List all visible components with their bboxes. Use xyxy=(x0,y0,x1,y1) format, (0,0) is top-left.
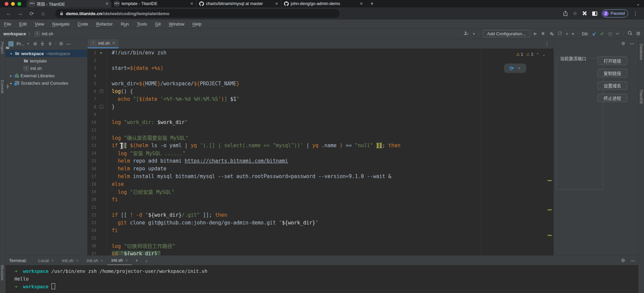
browser-tab-close-icon[interactable]: ✕ xyxy=(275,1,278,6)
terminal-tab[interactable]: Local✕ xyxy=(34,256,58,265)
expand-all-icon[interactable] xyxy=(40,41,45,46)
new-terminal-icon[interactable]: + xyxy=(132,256,141,265)
code-editor-area[interactable]: ⚠ 1 ⚠ 3 ⌃ ⌄ ⟳ ✕ 1▶#!/usr/bin/ xyxy=(87,49,553,255)
tree-item-template[interactable]: template xyxy=(6,57,87,65)
fold-end-marker-icon[interactable]: ˬ xyxy=(100,105,103,109)
terminal-tab-close-icon[interactable]: ✕ xyxy=(76,259,78,262)
menu-item-git[interactable]: Git xyxy=(155,22,161,27)
code-with-me-icon[interactable] xyxy=(464,31,469,37)
run-options-chevron-icon[interactable]: ▾ xyxy=(566,31,568,36)
tree-item-init-sh[interactable]: ›init.sh xyxy=(6,65,87,72)
extensions-puzzle-icon[interactable] xyxy=(582,11,587,16)
terminal-tab[interactable]: init.sh✕ xyxy=(83,256,107,265)
editor-tab-close-icon[interactable]: ✕ xyxy=(112,41,115,45)
tree-item-scratches-and-consoles[interactable]: ▸Scratches and Consoles xyxy=(6,79,87,87)
refresh-icon[interactable]: ⟳ xyxy=(509,65,514,72)
terminal-hide-icon[interactable]: — xyxy=(631,258,635,263)
terminal-tab-close-icon[interactable]: ✕ xyxy=(125,258,128,262)
browser-menu-icon[interactable]: ⋮ xyxy=(633,10,638,16)
side-panel-icon[interactable] xyxy=(592,11,597,16)
tool-stripe-project[interactable]: Project xyxy=(0,42,9,54)
git-update-icon[interactable]: ↙ xyxy=(592,31,597,37)
profile-chip[interactable]: J Paused xyxy=(602,9,628,17)
reload-button[interactable]: ⟳ xyxy=(26,10,37,17)
menu-item-navigate[interactable]: Navigate xyxy=(52,22,69,27)
back-button[interactable]: ← xyxy=(3,10,14,16)
tool-stripe-database[interactable]: Database xyxy=(639,44,644,60)
run-button[interactable]: ▶ xyxy=(534,31,537,36)
menu-item-file[interactable]: File xyxy=(4,22,11,27)
editor-tab-init-sh[interactable]: › init.sh ✕ xyxy=(87,39,118,48)
project-view-dropdown[interactable]: Pr... xyxy=(16,41,24,46)
browser-tab-close-icon[interactable]: ✕ xyxy=(190,1,193,6)
breadcrumb-file[interactable]: init.sh xyxy=(42,31,53,36)
project-settings-gear-icon[interactable]: ⚙ xyxy=(59,41,63,46)
menu-item-refactor[interactable]: Refactor xyxy=(96,22,113,27)
minimize-window-button[interactable] xyxy=(11,2,15,6)
browser-tab[interactable]: <t>项目 - TitanIDE✕ xyxy=(27,0,111,7)
port-panel-hide-icon[interactable]: — xyxy=(630,41,634,46)
menu-item-view[interactable]: View xyxy=(35,22,44,27)
git-history-clock-icon[interactable]: ◷ xyxy=(608,31,612,36)
menu-item-code[interactable]: Code xyxy=(78,22,88,27)
locate-file-icon[interactable]: ⊕ xyxy=(33,41,37,46)
menu-item-window[interactable]: Window xyxy=(169,22,184,27)
menu-item-run[interactable]: Run xyxy=(121,22,129,27)
bookmark-star-icon[interactable]: ☆ xyxy=(573,10,577,16)
run-line-icon[interactable]: ▶ xyxy=(100,51,102,54)
coverage-button[interactable] xyxy=(549,31,554,37)
hide-panel-icon[interactable]: — xyxy=(66,41,71,46)
port-panel-gear-icon[interactable]: ⚙ xyxy=(621,41,625,46)
port-button[interactable]: 打开链接 xyxy=(598,56,627,65)
stop-button[interactable]: ■ xyxy=(572,32,574,36)
browser-tab-close-icon[interactable]: ✕ xyxy=(360,1,363,6)
prev-problem-chevron-icon[interactable]: ⌃ xyxy=(536,52,539,57)
inspections-widget[interactable]: ⚠ 1 ⚠ 3 ⌃ ⌄ xyxy=(515,51,547,57)
debug-button[interactable] xyxy=(541,31,545,37)
home-button[interactable]: ⌂ xyxy=(38,10,48,16)
forward-button[interactable]: → xyxy=(15,10,26,16)
tree-item-external-libraries[interactable]: ▸External Libraries xyxy=(6,72,87,79)
search-everywhere-icon[interactable] xyxy=(628,31,633,37)
git-rollback-icon[interactable]: ↩ xyxy=(616,31,620,36)
new-tab-button[interactable]: + xyxy=(366,0,378,7)
terminal-tab-close-icon[interactable]: ✕ xyxy=(101,259,103,262)
close-window-button[interactable] xyxy=(5,2,8,6)
menu-item-edit[interactable]: Edit xyxy=(19,22,27,27)
close-popup-icon[interactable]: ✕ xyxy=(518,66,521,71)
tool-stripe-titanide[interactable]: TitanIDE xyxy=(639,89,643,104)
browser-tab-close-icon[interactable]: ✕ xyxy=(105,1,109,6)
collapse-all-icon[interactable] xyxy=(48,41,52,46)
tab-search-chevron-icon[interactable]: ⌄ xyxy=(632,0,644,7)
port-button[interactable]: 复制链接 xyxy=(598,69,627,77)
profiler-button[interactable] xyxy=(558,31,562,37)
next-problem-chevron-icon[interactable]: ⌄ xyxy=(542,52,545,57)
share-icon[interactable] xyxy=(563,11,568,16)
zoom-window-button[interactable] xyxy=(17,2,21,6)
menu-item-tools[interactable]: Tools xyxy=(137,22,147,27)
browser-tab[interactable]: charts/bitnami/mysql at master✕ xyxy=(196,0,281,7)
tool-stripe-commit[interactable]: Commit xyxy=(0,80,9,93)
fold-marker-icon[interactable]: − xyxy=(100,89,103,93)
breadcrumb-root[interactable]: workspace xyxy=(3,31,26,36)
tree-chevron-icon[interactable]: ▸ xyxy=(9,81,13,85)
terminal-tab[interactable]: init.sh✕ xyxy=(107,256,132,265)
project-view-chevron-icon[interactable]: ▾ xyxy=(27,42,29,45)
add-configuration-button[interactable]: Add Configuration... xyxy=(483,30,530,37)
browser-tab[interactable]: john-deng/go-admin-demo✕ xyxy=(281,0,366,7)
git-commit-check-icon[interactable]: ✓ xyxy=(600,31,604,36)
editor-options-icon[interactable]: ⋮ xyxy=(540,39,553,48)
browser-tab[interactable]: <t>template - TitanIDE✕ xyxy=(111,0,196,7)
terminal-tab-close-icon[interactable]: ✕ xyxy=(51,259,54,262)
settings-gear-icon[interactable]: ⚙ xyxy=(636,31,641,37)
terminal-dropdown-chevron-icon[interactable]: ⌄ xyxy=(141,256,151,265)
terminal-tab[interactable]: init.sh✕ xyxy=(58,256,82,265)
menu-item-help[interactable]: Help xyxy=(192,22,202,27)
port-button[interactable]: 终止进程 xyxy=(598,94,627,102)
tool-stripe-structure[interactable]: Structure xyxy=(0,265,4,281)
tree-chevron-icon[interactable]: ▸ xyxy=(9,74,13,78)
terminal-settings-gear-icon[interactable]: ⚙ xyxy=(621,258,625,263)
code-with-me-chevron-icon[interactable]: ▾ xyxy=(473,31,475,36)
address-bar[interactable]: demo.titanide.cn/ide/web/coding/template… xyxy=(55,9,339,18)
tree-chevron-icon[interactable]: ▾ xyxy=(9,52,13,55)
